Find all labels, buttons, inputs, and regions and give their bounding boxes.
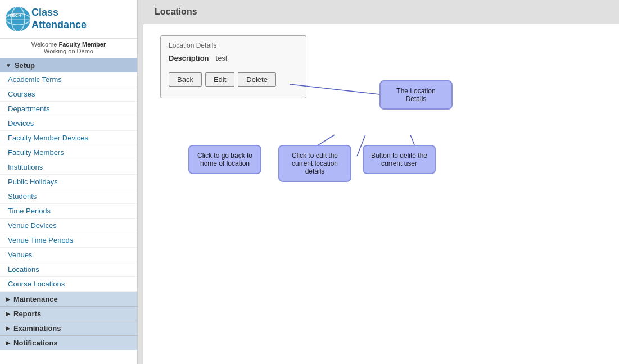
sidebar-item-venues[interactable]: Venues xyxy=(0,248,137,262)
location-details-panel: Location Details Description test Back E… xyxy=(160,35,306,98)
sidebar-item-devices[interactable]: Devices xyxy=(0,116,137,131)
description-row: Description test xyxy=(169,54,298,62)
reports-arrow-icon: ▶ xyxy=(6,311,10,317)
svg-text:iTECH: iTECH xyxy=(8,13,21,18)
maintenance-arrow-icon: ▶ xyxy=(6,296,10,302)
notifications-arrow-icon: ▶ xyxy=(6,340,10,346)
sidebar-header: iTECH Class Attendance xyxy=(0,0,137,39)
description-value: test xyxy=(216,54,228,62)
tooltip-location-details: The Location Details xyxy=(379,80,453,110)
description-label: Description xyxy=(169,54,209,62)
sidebar: iTECH Class Attendance Welcome Faculty M… xyxy=(0,0,138,364)
setup-section[interactable]: ▼ Setup xyxy=(0,58,137,72)
reports-section[interactable]: ▶ Reports xyxy=(0,306,137,321)
setup-nav: Academic Terms Courses Departments Devic… xyxy=(0,72,137,292)
examinations-arrow-icon: ▶ xyxy=(6,325,10,331)
sidebar-item-departments[interactable]: Departments xyxy=(0,102,137,116)
tooltip-edit: Click to edit the current location detai… xyxy=(278,145,351,182)
maintenance-section[interactable]: ▶ Maintenance xyxy=(0,292,137,306)
setup-arrow-icon: ▼ xyxy=(6,62,11,69)
action-buttons: Back Edit Delete xyxy=(169,72,298,87)
sidebar-item-faculty-members[interactable]: Faculty Members xyxy=(0,145,137,160)
sidebar-item-public-holidays[interactable]: Public Holidays xyxy=(0,175,137,189)
edit-button[interactable]: Edit xyxy=(205,72,234,87)
app-logo: iTECH xyxy=(4,6,31,33)
page-title: Locations xyxy=(143,0,619,24)
tooltip-delete: Button to delite the current user xyxy=(363,145,436,174)
sidebar-item-venue-devices[interactable]: Venue Devices xyxy=(0,219,137,233)
sidebar-welcome: Welcome Faculty Member Working on Demo xyxy=(0,39,137,58)
sidebar-item-students[interactable]: Students xyxy=(0,189,137,204)
main-content: Locations Location Details Description t… xyxy=(143,0,619,364)
sidebar-item-institutions[interactable]: Institutions xyxy=(0,160,137,175)
sidebar-item-locations[interactable]: Locations xyxy=(0,262,137,277)
app-title: Class Attendance xyxy=(31,7,87,31)
sidebar-item-time-periods[interactable]: Time Periods xyxy=(0,204,137,219)
location-details-label: Location Details xyxy=(169,42,298,49)
examinations-section[interactable]: ▶ Examinations xyxy=(0,321,137,335)
delete-button[interactable]: Delete xyxy=(238,72,276,87)
sidebar-item-courses[interactable]: Courses xyxy=(0,87,137,102)
scrollbar[interactable] xyxy=(138,0,143,364)
sidebar-item-venue-time-periods[interactable]: Venue Time Periods xyxy=(0,233,137,248)
sidebar-item-course-locations[interactable]: Course Locations xyxy=(0,277,137,292)
sidebar-item-academic-terms[interactable]: Academic Terms xyxy=(0,72,137,87)
notifications-section[interactable]: ▶ Notifications xyxy=(0,335,137,350)
content-area: Location Details Description test Back E… xyxy=(143,24,619,364)
back-button[interactable]: Back xyxy=(169,72,202,87)
tooltip-back: Click to go back to home of location xyxy=(188,145,261,174)
sidebar-item-faculty-member-devices[interactable]: Faculty Member Devices xyxy=(0,131,137,145)
